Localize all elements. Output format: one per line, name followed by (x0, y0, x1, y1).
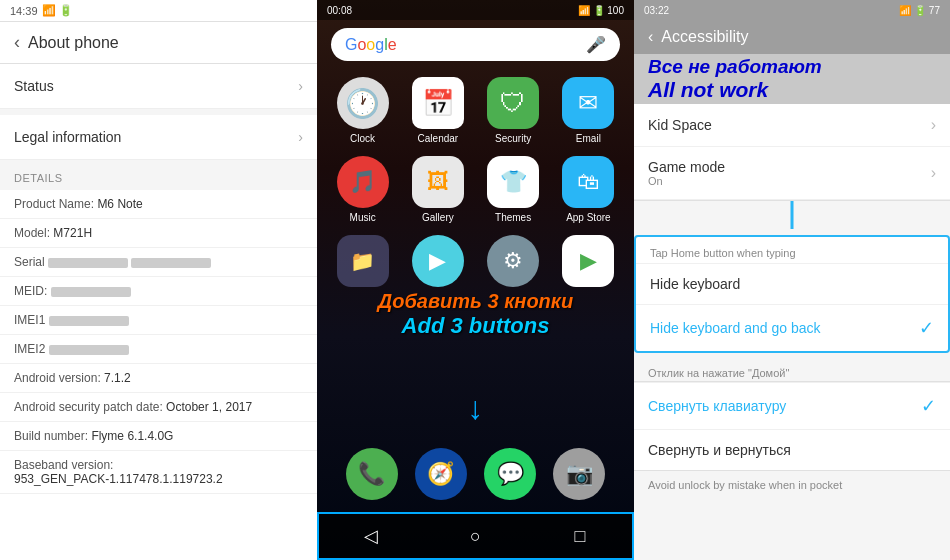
build-number-row: Build number: Flyme 6.1.4.0G (0, 422, 317, 451)
app-security[interactable]: 🛡 Security (478, 73, 549, 148)
voice-search-icon[interactable]: 🎤 (586, 35, 606, 54)
compass-icon: 🧭 (415, 448, 467, 500)
app-email[interactable]: ✉ Email (553, 73, 624, 148)
game-mode-sub: On (648, 175, 725, 187)
security-label: Security (495, 133, 531, 144)
panel-accessibility: 03:22 📶 🔋 77 ‹ Accessibility Все не рабо… (634, 0, 950, 560)
app-music[interactable]: 🎵 Music (327, 152, 398, 227)
access-back-button[interactable]: ‹ (648, 28, 653, 46)
dialog-keyboard-typing: Tap Home button when typing Hide keyboar… (634, 235, 950, 353)
clock-icon: 🕐 (337, 77, 389, 129)
model-row: Model: M721H (0, 219, 317, 248)
gallery-icon: 🖼 (412, 156, 464, 208)
status-label: Status (14, 78, 54, 94)
app-appstore[interactable]: 🛍 App Store (553, 152, 624, 227)
google-search-bar[interactable]: Google 🎤 (331, 28, 620, 61)
camera-icon: 📷 (553, 448, 605, 500)
launcher-time: 00:08 (327, 5, 352, 16)
annotation-en: Add 3 buttons (327, 313, 624, 339)
email-icon: ✉ (562, 77, 614, 129)
kid-space-row[interactable]: Kid Space › (634, 104, 950, 147)
hide-keyboard-option[interactable]: Hide keyboard (636, 263, 948, 304)
calendar-icon: 📅 (412, 77, 464, 129)
hide-keyboard-label: Hide keyboard (650, 276, 740, 292)
about-header: ‹ About phone (0, 22, 317, 64)
home-nav-button[interactable]: ○ (457, 518, 493, 554)
imei1-row: IMEI1 (0, 306, 317, 335)
status-bar-launcher: 00:08 📶 🔋 100 (317, 0, 634, 20)
android-version-row: Android version: 7.1.2 (0, 364, 317, 393)
status-bar-access: 03:22 📶 🔋 77 (634, 0, 950, 20)
app-gallery[interactable]: 🖼 Gallery (402, 152, 473, 227)
svern-vernutsya-option[interactable]: Свернуть и вернуться (634, 429, 950, 470)
dialog2-header: Отклик на нажатие "Домой" (634, 359, 950, 381)
whatsapp-icon: 💬 (484, 448, 536, 500)
dialog2-options: Свернуть клавиатуру ✓ Свернуть и вернуть… (634, 381, 950, 471)
status-chevron: › (298, 78, 303, 94)
access-status-icons: 📶 🔋 77 (899, 5, 940, 16)
back-nav-button[interactable]: ◁ (353, 518, 389, 554)
hide-keyboard-go-back-label: Hide keyboard and go back (650, 320, 820, 336)
phone-icon: 📞 (346, 448, 398, 500)
app-calendar[interactable]: 📅 Calendar (402, 73, 473, 148)
app-clock[interactable]: 🕐 Clock (327, 73, 398, 148)
playstore-icon: ▶ (562, 235, 614, 287)
themes-label: Themes (495, 212, 531, 223)
hide-keyboard-go-back-option[interactable]: Hide keyboard and go back ✓ (636, 304, 948, 351)
accessibility-content: 03:22 📶 🔋 77 ‹ Accessibility Все не рабо… (634, 0, 950, 560)
launcher-status-icons: 📶 🔋 100 (578, 5, 624, 16)
hide-keyboard-go-back-checkmark: ✓ (919, 317, 934, 339)
kid-space-chevron: › (931, 116, 936, 134)
status-item[interactable]: Status › (0, 64, 317, 109)
themes-icon: 👕 (487, 156, 539, 208)
game-mode-row[interactable]: Game mode On › (634, 147, 950, 200)
google-logo: Google (345, 36, 397, 54)
nav-bar: ◁ ○ □ (317, 512, 634, 560)
app-playstore[interactable]: ▶ (553, 231, 624, 295)
svern-vernutsya-label: Свернуть и вернуться (648, 442, 791, 458)
access-time: 03:22 (644, 5, 669, 16)
svern-klaviaturu-option[interactable]: Свернуть клавиатуру ✓ (634, 382, 950, 429)
panel-about-phone: 14:39 📶 🔋 ‹ About phone Status › Legal i… (0, 0, 317, 560)
indicator-bar (791, 201, 794, 229)
baseband-row: Baseband version: 953_GEN_PACK-1.117478.… (0, 451, 317, 494)
appstore-label: App Store (566, 212, 610, 223)
appstore-icon: 🛍 (562, 156, 614, 208)
dialog1-header: Tap Home button when typing (636, 237, 948, 263)
dialog2-section: Отклик на нажатие "Домой" Свернуть клави… (634, 359, 950, 471)
security-icon: 🛡 (487, 77, 539, 129)
recent-nav-button[interactable]: □ (562, 518, 598, 554)
app-compass[interactable]: 🧭 (411, 444, 471, 504)
accessibility-header: ‹ Accessibility (634, 20, 950, 54)
error-ru: Все не работают (648, 56, 936, 78)
back-button[interactable]: ‹ (14, 32, 20, 53)
app-phone[interactable]: 📞 (342, 444, 402, 504)
clock-label: Clock (350, 133, 375, 144)
kid-space-label: Kid Space (648, 117, 712, 133)
game-mode-chevron: › (931, 164, 936, 182)
app-play[interactable]: ▶ (402, 231, 473, 295)
app-folder[interactable]: 📁 (327, 231, 398, 295)
app-settings[interactable]: ⚙ (478, 231, 549, 295)
app-whatsapp[interactable]: 💬 (480, 444, 540, 504)
legal-item[interactable]: Legal information › (0, 115, 317, 160)
calendar-label: Calendar (418, 133, 459, 144)
accessibility-title: Accessibility (661, 28, 748, 46)
app-camera[interactable]: 📷 (549, 444, 609, 504)
app-themes[interactable]: 👕 Themes (478, 152, 549, 227)
annotation-overlay: Добавить 3 кнопки Add 3 buttons (327, 290, 624, 339)
settings-icon: ⚙ (487, 235, 539, 287)
product-name-row: Product Name: M6 Note (0, 190, 317, 219)
error-en: All not work (648, 78, 936, 102)
legal-chevron: › (298, 129, 303, 145)
play-icon: ▶ (412, 235, 464, 287)
serial-row: Serial (0, 248, 317, 277)
folder-icon: 📁 (337, 235, 389, 287)
app-grid: 🕐 Clock 📅 Calendar 🛡 Security ✉ Email 🎵 … (317, 69, 634, 299)
status-bar-about: 14:39 📶 🔋 (0, 0, 317, 22)
game-mode-label: Game mode (648, 159, 725, 175)
time-label: 14:39 (10, 5, 38, 17)
imei2-row: IMEI2 (0, 335, 317, 364)
details-section-header: Details (0, 166, 317, 190)
bottom-note: Avoid unlock by mistake when in pocket (634, 471, 950, 499)
